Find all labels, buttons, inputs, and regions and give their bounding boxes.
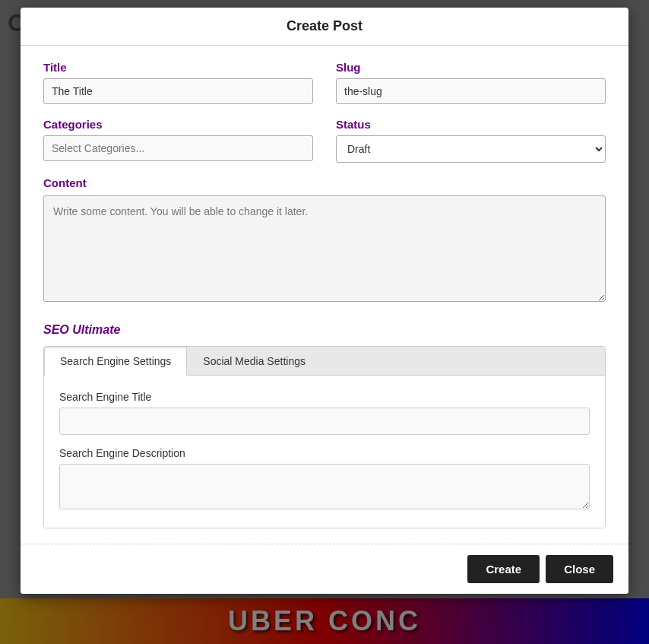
modal-header: Create Post bbox=[21, 8, 628, 46]
categories-group: Categories bbox=[43, 118, 313, 163]
seo-tabs-container: Search Engine Settings Social Media Sett… bbox=[43, 346, 606, 528]
tab-social-media-settings[interactable]: Social Media Settings bbox=[187, 347, 321, 376]
seo-tab-content: Search Engine Title Search Engine Descri… bbox=[44, 376, 605, 528]
slug-input[interactable] bbox=[336, 78, 606, 104]
modal-title: Create Post bbox=[287, 18, 362, 33]
title-slug-row: Title Slug bbox=[43, 61, 606, 104]
modal-body: Title Slug Categories Status Draft bbox=[21, 46, 628, 544]
content-section: Content bbox=[43, 176, 606, 323]
seo-section-title: SEO Ultimate bbox=[43, 323, 606, 337]
categories-status-row: Categories Status Draft Published Pendin… bbox=[43, 118, 606, 163]
tab-search-engine-settings[interactable]: Search Engine Settings bbox=[44, 347, 187, 376]
title-group: Title bbox=[43, 61, 313, 104]
create-button[interactable]: Create bbox=[467, 555, 540, 583]
title-label: Title bbox=[43, 61, 313, 74]
modal-footer: Create Close bbox=[21, 544, 628, 594]
close-button[interactable]: Close bbox=[546, 555, 613, 583]
search-engine-description-textarea[interactable] bbox=[59, 464, 590, 509]
seo-section: SEO Ultimate Search Engine Settings Soci… bbox=[43, 323, 606, 528]
create-post-modal: Create Post Title Slug Categories bbox=[21, 8, 628, 594]
search-engine-description-label: Search Engine Description bbox=[59, 447, 590, 459]
content-textarea[interactable] bbox=[43, 195, 606, 302]
content-label: Content bbox=[43, 176, 606, 189]
status-group: Status Draft Published Pending bbox=[336, 118, 606, 163]
status-label: Status bbox=[336, 118, 606, 131]
modal-overlay: Create Post Title Slug Categories bbox=[0, 0, 649, 644]
status-select[interactable]: Draft Published Pending bbox=[336, 135, 606, 163]
categories-input[interactable] bbox=[43, 135, 313, 161]
slug-group: Slug bbox=[336, 61, 606, 104]
search-engine-title-input[interactable] bbox=[59, 408, 590, 435]
seo-tab-bar: Search Engine Settings Social Media Sett… bbox=[44, 347, 605, 376]
search-engine-title-label: Search Engine Title bbox=[59, 391, 590, 403]
title-input[interactable] bbox=[43, 78, 313, 104]
categories-label: Categories bbox=[43, 118, 313, 131]
slug-label: Slug bbox=[336, 61, 606, 74]
